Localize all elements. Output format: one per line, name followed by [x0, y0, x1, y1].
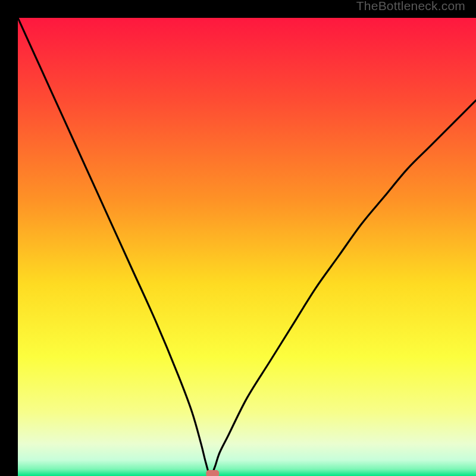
chart-frame — [9, 9, 467, 467]
gradient-background — [18, 18, 476, 476]
bottleneck-chart — [18, 18, 476, 476]
minimum-marker — [206, 470, 219, 476]
watermark-text: TheBottleneck.com — [356, 0, 465, 13]
